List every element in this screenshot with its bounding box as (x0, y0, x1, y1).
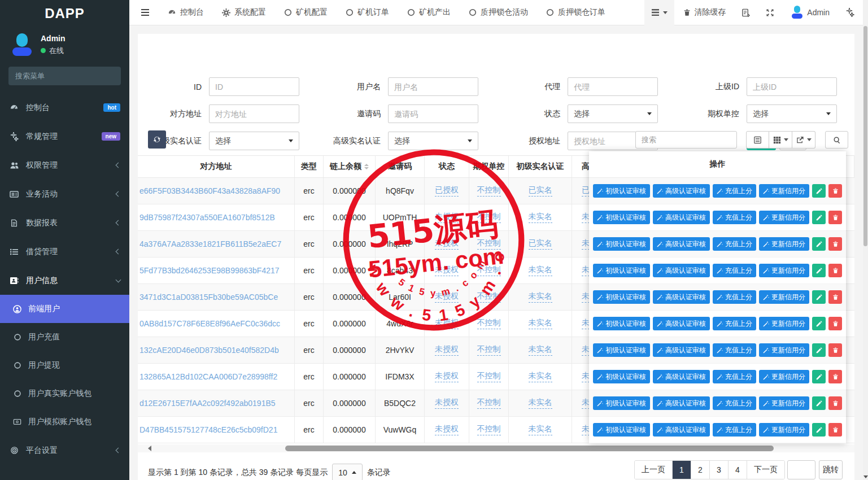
status-link[interactable]: 未授权 (435, 424, 459, 435)
senior-kyc-link[interactable]: 未 (582, 291, 590, 303)
nav-tab-console[interactable]: 控制台 (160, 0, 212, 25)
edit-button[interactable] (812, 264, 826, 277)
junior-kyc-review-button[interactable]: 初级认证审核 (593, 423, 650, 437)
recharge-button[interactable]: 充值上分 (713, 184, 756, 198)
senior-kyc-review-button[interactable]: 高级认证审核 (653, 423, 710, 437)
nav-tab-stake-orders[interactable]: 质押锁仓订单 (538, 0, 613, 25)
edit-button[interactable] (812, 237, 826, 251)
junior-kyc-link[interactable]: 未实名 (529, 291, 552, 303)
status-link[interactable]: 未授权 (435, 371, 459, 382)
senior-kyc-review-button[interactable]: 高级认证审核 (653, 343, 710, 357)
recharge-button[interactable]: 充值上分 (713, 317, 756, 330)
delete-button[interactable] (828, 370, 842, 383)
update-credit-button[interactable]: 更新信用分 (759, 396, 809, 410)
toggle-view-button[interactable] (746, 131, 769, 149)
sidebar-item-business[interactable]: 业务活动 (0, 180, 129, 208)
nav-tab-system-config[interactable]: 系统配置 (214, 0, 274, 25)
navbar-user[interactable]: Admin (783, 0, 836, 25)
delete-button[interactable] (828, 237, 842, 251)
column-type[interactable]: 类型 (295, 156, 324, 177)
update-credit-button[interactable]: 更新信用分 (759, 317, 809, 330)
junior-kyc-link[interactable]: 已实名 (529, 185, 552, 197)
page-button-1[interactable]: 1 (673, 461, 691, 479)
sidebar-item-user-withdraw[interactable]: 用户提现 (0, 351, 129, 379)
option-control-link[interactable]: 不控制 (477, 291, 501, 303)
option-control-select[interactable]: 选择 (747, 104, 837, 123)
senior-kyc-review-button[interactable]: 高级认证审核 (653, 290, 710, 304)
table-search-input[interactable] (635, 131, 737, 149)
recharge-button[interactable]: 充值上分 (713, 264, 756, 277)
senior-kyc-link[interactable]: 未 (582, 344, 590, 356)
option-control-link[interactable]: 不控制 (477, 344, 501, 356)
option-control-link[interactable]: 不控制 (477, 238, 501, 250)
senior-kyc-link[interactable]: 未 (582, 371, 590, 382)
sidebar-item-permissions[interactable]: 权限管理 (0, 151, 129, 180)
sidebar-item-frontend-users[interactable]: 前端用户 (0, 295, 129, 323)
update-credit-button[interactable]: 更新信用分 (759, 264, 809, 277)
invite-code-input[interactable] (388, 104, 478, 123)
columns-button[interactable] (769, 131, 792, 149)
recharge-button[interactable]: 充值上分 (713, 290, 756, 304)
address-link[interactable]: 0AB8d157C78F6E8E8f96AeFC0c36dcc (139, 319, 280, 328)
nav-tab-miner-output[interactable]: 矿机产出 (399, 0, 459, 25)
senior-kyc-link[interactable]: 未 (582, 424, 590, 435)
address-link[interactable]: 5Fd77B3bd2646253E98B99863bF4217 (139, 266, 280, 275)
edit-button[interactable] (812, 184, 826, 198)
address-link[interactable]: 3471d3C1aD03815Fb30be59AC05bCe (139, 293, 278, 302)
junior-kyc-review-button[interactable]: 初级认证审核 (593, 343, 650, 357)
jump-button[interactable]: 跳转 (819, 460, 843, 479)
recharge-button[interactable]: 充值上分 (713, 211, 756, 224)
senior-kyc-review-button[interactable]: 高级认证审核 (653, 184, 710, 198)
senior-kyc-link[interactable]: 已 (582, 185, 590, 197)
senior-kyc-link[interactable]: 未 (582, 398, 590, 409)
page-size-select[interactable]: 10 (332, 464, 363, 480)
junior-kyc-link[interactable]: 未实名 (529, 212, 552, 223)
address-link[interactable]: D47BB451575127748cE26c5cb09fD21 (139, 425, 277, 434)
senior-kyc-review-button[interactable]: 高级认证审核 (653, 317, 710, 330)
delete-button[interactable] (828, 264, 842, 277)
settings-button[interactable] (839, 0, 861, 25)
junior-kyc-link[interactable]: 未实名 (529, 424, 552, 435)
edit-button[interactable] (812, 423, 826, 437)
senior-kyc-link[interactable]: 未 (582, 212, 590, 223)
sidebar-item-user-info[interactable]: 用户信息 (0, 266, 129, 295)
junior-kyc-link[interactable]: 未实名 (529, 344, 552, 356)
senior-kyc-review-button[interactable]: 高级认证审核 (653, 211, 710, 224)
vertical-scrollbar-thumb[interactable] (863, 26, 867, 246)
sidebar-item-user-recharge[interactable]: 用户充值 (0, 323, 129, 351)
export-button[interactable] (792, 131, 815, 149)
edit-button[interactable] (812, 343, 826, 357)
junior-kyc-link[interactable]: 未实名 (529, 318, 552, 329)
delete-button[interactable] (828, 211, 842, 224)
option-control-link[interactable]: 不控制 (477, 424, 501, 435)
prev-page-button[interactable]: 上一页 (635, 461, 673, 479)
fullscreen-button[interactable] (759, 0, 781, 25)
column-balance[interactable]: 链上余额 (324, 156, 376, 177)
senior-kyc-review-button[interactable]: 高级认证审核 (653, 396, 710, 410)
junior-kyc-review-button[interactable]: 初级认证审核 (593, 237, 650, 251)
junior-kyc-select[interactable]: 选择 (209, 132, 299, 150)
sort-icon[interactable] (364, 164, 369, 169)
option-control-link[interactable]: 不控制 (477, 398, 501, 409)
status-link[interactable]: 未授权 (435, 238, 459, 250)
page-button-2[interactable]: 2 (691, 461, 710, 479)
id-input[interactable] (209, 77, 299, 96)
status-link[interactable]: 未授权 (435, 318, 459, 329)
option-control-link[interactable]: 不控制 (477, 318, 501, 329)
address-link[interactable]: d12E26715E7fAA2c092f492ab0191B5 (139, 399, 276, 408)
option-control-link[interactable]: 不控制 (477, 185, 501, 197)
address-link[interactable]: 9dB75987f24307a550EA1607bf8512B (139, 213, 275, 222)
junior-kyc-link[interactable]: 未实名 (529, 371, 552, 382)
horizontal-scrollbar-thumb[interactable] (285, 446, 774, 451)
page-button-4[interactable]: 4 (729, 461, 747, 479)
next-page-button[interactable]: 下一页 (747, 461, 784, 479)
status-link[interactable]: 未授权 (435, 212, 459, 223)
junior-kyc-review-button[interactable]: 初级认证审核 (593, 370, 650, 383)
status-link[interactable]: 未授权 (435, 265, 459, 276)
vertical-scrollbar[interactable] (863, 0, 868, 480)
delete-button[interactable] (828, 290, 842, 304)
status-link[interactable]: 未授权 (435, 291, 459, 303)
sidebar-item-general[interactable]: 常规管理 new (0, 122, 129, 151)
parent-id-input[interactable] (747, 77, 837, 96)
update-credit-button[interactable]: 更新信用分 (759, 343, 809, 357)
